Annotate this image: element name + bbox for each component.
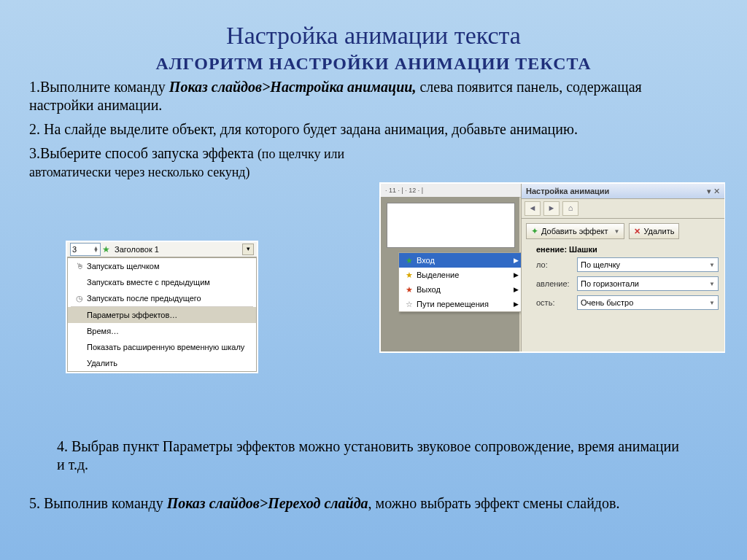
chevron-down-icon: ▼: [614, 228, 619, 235]
delete-effect-button[interactable]: ✕ Удалить: [629, 223, 679, 239]
mouse-icon: 🖰: [72, 262, 87, 271]
order-number-value: 3: [72, 245, 77, 254]
form-row-direction: авление: По горизонтали▼: [522, 274, 724, 293]
slide-subtitle: АЛГОРИТМ НАСТРОЙКИ АНИМАЦИИ ТЕКСТА: [0, 54, 747, 74]
close-dropdown-icon[interactable]: ▾ ✕: [707, 187, 720, 196]
slide-title: Настройка анимации текста: [0, 22, 747, 50]
spin-buttons[interactable]: ▲▼: [93, 246, 98, 252]
chevron-right-icon: ▶: [508, 300, 519, 308]
order-number-field[interactable]: 3 ▲▼: [70, 243, 101, 256]
effect-star-icon: ★: [102, 244, 110, 254]
slide-canvas[interactable]: [387, 203, 515, 248]
step3-pre: 3.Выберите способ запуска эффекта: [29, 145, 258, 161]
submenu-item-exit[interactable]: ★Выход▶: [399, 282, 522, 297]
step-2: 2. На слайде выделите объект, для которо…: [0, 120, 747, 139]
form-row-speed: ость: Очень быстро▼: [522, 293, 724, 312]
effect-header-text: Заголовок 1: [112, 245, 241, 254]
effect-dropdown-trigger[interactable]: ▾: [242, 244, 254, 255]
task-pane-title-bar: Настройка анимации ▾ ✕: [522, 184, 724, 199]
left-menu-header: 3 ▲▼ ★ Заголовок 1 ▾: [67, 242, 257, 257]
chevron-down-icon: ▼: [709, 262, 715, 268]
left-menu-screenshot: 3 ▲▼ ★ Заголовок 1 ▾ 🖰Запускать щелчком …: [66, 241, 258, 373]
ruler-bar: · 11 · | · 12 · |: [381, 184, 524, 198]
speed-dropdown[interactable]: Очень быстро▼: [577, 295, 719, 310]
submenu-label: Пути перемещения: [417, 300, 489, 308]
chevron-right-icon: ▶: [508, 271, 519, 279]
submenu-item-motion-paths[interactable]: ☆Пути перемещения▶: [399, 297, 522, 311]
menu-item-remove[interactable]: Удалить: [68, 355, 256, 371]
task-pane-buttons: ✦ Добавить эффект ▼ ✕ Удалить: [522, 219, 724, 239]
step5-post: , можно выбрать эффект смены слайдов.: [368, 495, 620, 511]
star-icon: ★: [402, 256, 417, 265]
menu-item-label: Показать расширенную временную шкалу: [87, 343, 244, 351]
step5-pre: 5. Выполнив команду: [29, 495, 167, 511]
submenu-label: Выход: [417, 285, 441, 294]
task-pane-title: Настройка анимации: [526, 187, 609, 195]
direction-dropdown[interactable]: По горизонтали▼: [577, 276, 719, 291]
step-3: 3.Выберите способ запуска эффекта (по ще…: [0, 144, 409, 181]
step-4: 4. Выбрав пункт Параметры эффектов можно…: [0, 438, 747, 474]
submenu-label: Вход: [417, 256, 435, 265]
step5-bold: Показ слайдов>Переход слайда: [167, 495, 368, 511]
field-value: По горизонтали: [581, 279, 639, 288]
field-value: По щелчку: [581, 260, 620, 269]
add-effect-star-icon: ✦: [531, 226, 538, 236]
menu-item-start-on-click[interactable]: 🖰Запускать щелчком: [68, 258, 256, 274]
menu-item-label: Параметры эффектов…: [87, 311, 177, 319]
menu-item-label: Запускать вместе с предыдущим: [87, 278, 210, 287]
add-effect-label: Добавить эффект: [541, 227, 608, 236]
step-1: 1.Выполните команду Показ слайдов>Настро…: [0, 78, 747, 114]
form-label: авление:: [536, 279, 573, 288]
submenu-label: Выделение: [417, 271, 459, 279]
delete-x-icon: ✕: [634, 227, 640, 236]
form-row-start: ло: По щелчку▼: [522, 255, 724, 274]
add-effect-submenu: ★Вход▶ ★Выделение▶ ★Выход▶ ☆Пути перемещ…: [398, 252, 522, 312]
delete-label: Удалить: [643, 227, 674, 236]
field-value: Очень быстро: [581, 298, 633, 307]
start-dropdown[interactable]: По щелчку▼: [577, 257, 719, 272]
submenu-item-entrance[interactable]: ★Вход▶: [399, 253, 522, 268]
menu-item-label: Запускать после предыдущего: [87, 294, 201, 303]
step-5: 5. Выполнив команду Показ слайдов>Перехо…: [0, 494, 649, 513]
menu-item-start-after-previous[interactable]: ◷Запускать после предыдущего: [68, 290, 256, 306]
nav-home-button[interactable]: ⌂: [562, 201, 578, 216]
menu-item-effect-options[interactable]: Параметры эффектов…: [68, 307, 256, 323]
add-effect-button[interactable]: ✦ Добавить эффект ▼: [526, 223, 624, 239]
effect-section-label: енение: Шашки: [522, 239, 724, 255]
right-panel-screenshot: · 11 · | · 12 · | ★Вход▶ ★Выделение▶ ★Вы…: [379, 182, 725, 353]
chevron-right-icon: ▶: [508, 257, 519, 264]
submenu-item-emphasis[interactable]: ★Выделение▶: [399, 268, 522, 282]
form-label: ло:: [536, 260, 573, 269]
star-icon: ☆: [402, 300, 417, 309]
form-label: ость:: [536, 298, 573, 307]
chevron-down-icon: ▼: [709, 300, 715, 306]
step1-pre: 1.Выполните команду: [29, 79, 169, 95]
star-icon: ★: [402, 271, 417, 280]
animation-task-pane: Настройка анимации ▾ ✕ ◄ ► ⌂ ✦ Добавить …: [521, 184, 724, 351]
chevron-right-icon: ▶: [508, 286, 519, 293]
menu-item-start-with-previous[interactable]: Запускать вместе с предыдущим: [68, 274, 256, 290]
step1-bold: Показ слайдов>Настройка анимации,: [169, 79, 417, 95]
menu-item-timing[interactable]: Время…: [68, 323, 256, 339]
task-pane-nav: ◄ ► ⌂: [522, 199, 724, 219]
menu-item-label: Запускать щелчком: [87, 262, 160, 271]
nav-back-button[interactable]: ◄: [525, 201, 541, 216]
clock-icon: ◷: [72, 294, 87, 303]
nav-forward-button[interactable]: ►: [543, 201, 560, 216]
menu-item-label: Удалить: [87, 359, 117, 368]
menu-item-advanced-timeline[interactable]: Показать расширенную временную шкалу: [68, 339, 256, 355]
slide-edit-area: ★Вход▶ ★Выделение▶ ★Выход▶ ☆Пути перемещ…: [381, 197, 519, 351]
menu-item-label: Время…: [87, 327, 119, 335]
chevron-down-icon: ▼: [709, 281, 715, 287]
star-icon: ★: [402, 285, 417, 295]
context-menu: 🖰Запускать щелчком Запускать вместе с пр…: [67, 257, 257, 372]
